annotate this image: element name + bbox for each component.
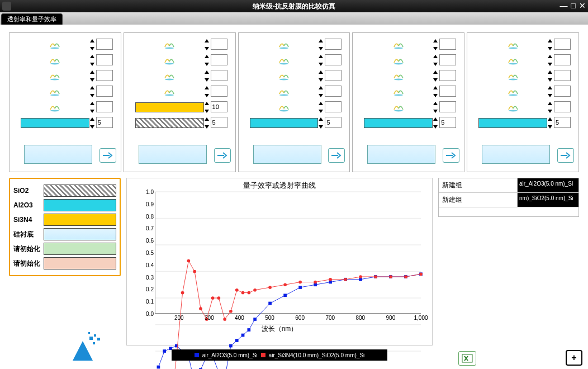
group-row[interactable]: 新建组air_Al2O3(5.0 nm)_Si <box>439 178 578 193</box>
maximize-button[interactable]: □ <box>571 1 576 10</box>
run-button[interactable] <box>214 148 231 163</box>
thickness-input[interactable] <box>439 117 456 128</box>
thickness-input[interactable] <box>325 117 342 128</box>
spin-arrows[interactable] <box>89 117 95 129</box>
thickness-input[interactable] <box>96 101 113 112</box>
thickness-input[interactable] <box>554 101 571 112</box>
layer-slot[interactable] <box>135 86 204 98</box>
swatch-si3n4[interactable] <box>44 214 116 226</box>
spin-arrows[interactable] <box>433 70 438 82</box>
layer-slot[interactable] <box>364 54 433 67</box>
spin-arrows[interactable] <box>433 54 438 67</box>
layer-slot[interactable] <box>250 54 319 67</box>
layer-slot[interactable] <box>250 39 319 51</box>
thickness-input[interactable] <box>325 70 342 81</box>
thickness-input[interactable] <box>325 54 342 65</box>
run-button[interactable] <box>443 148 459 163</box>
spin-arrows[interactable] <box>318 101 324 113</box>
spin-arrows[interactable] <box>547 54 553 67</box>
spin-arrows[interactable] <box>433 101 438 113</box>
thickness-input[interactable] <box>211 70 227 81</box>
layer-slot[interactable] <box>364 86 433 98</box>
thickness-input[interactable] <box>211 101 227 112</box>
spin-arrows[interactable] <box>318 117 324 129</box>
thickness-input[interactable] <box>554 70 571 81</box>
swatch-init2[interactable] <box>44 257 116 269</box>
spin-arrows[interactable] <box>204 39 210 51</box>
thickness-input[interactable] <box>439 70 456 81</box>
layer-slot[interactable] <box>250 70 319 82</box>
layer-slot[interactable] <box>478 54 547 67</box>
swatch-substrate[interactable] <box>44 228 116 240</box>
close-button[interactable]: ✕ <box>579 1 586 10</box>
layer-bar-al2o3[interactable] <box>250 118 319 128</box>
layer-slot[interactable] <box>135 117 204 129</box>
thickness-input[interactable] <box>325 86 342 97</box>
layer-bar-al2o3[interactable] <box>364 118 433 128</box>
layer-slot[interactable] <box>364 101 433 113</box>
spin-arrows[interactable] <box>204 86 210 98</box>
add-button[interactable]: + <box>566 350 582 366</box>
spin-arrows[interactable] <box>318 86 324 98</box>
run-button[interactable] <box>328 148 345 163</box>
spin-arrows[interactable] <box>547 101 553 113</box>
thickness-input[interactable] <box>96 70 113 81</box>
thickness-input[interactable] <box>211 117 227 128</box>
layer-slot[interactable] <box>364 70 433 82</box>
thickness-input[interactable] <box>439 54 456 65</box>
layer-slot[interactable] <box>21 54 89 67</box>
layer-slot[interactable] <box>250 117 319 129</box>
layer-slot[interactable] <box>478 117 547 129</box>
layer-slot[interactable] <box>21 39 89 51</box>
spin-arrows[interactable] <box>89 101 95 113</box>
layer-slot[interactable] <box>364 39 433 51</box>
thickness-input[interactable] <box>439 39 456 50</box>
layer-slot[interactable] <box>135 54 204 67</box>
run-button[interactable] <box>557 148 574 163</box>
substrate[interactable] <box>367 145 435 164</box>
spin-arrows[interactable] <box>433 117 438 129</box>
layer-bar-si3n4[interactable] <box>135 102 204 112</box>
thickness-input[interactable] <box>325 39 342 50</box>
spin-arrows[interactable] <box>318 39 324 51</box>
thickness-input[interactable] <box>439 86 456 97</box>
thickness-input[interactable] <box>211 86 227 97</box>
thickness-input[interactable] <box>554 117 571 128</box>
substrate[interactable] <box>24 145 92 164</box>
layer-slot[interactable] <box>21 101 89 113</box>
layer-slot[interactable] <box>478 39 547 51</box>
thickness-input[interactable] <box>325 101 342 112</box>
layer-slot[interactable] <box>135 101 204 113</box>
thickness-input[interactable] <box>96 39 113 50</box>
spin-arrows[interactable] <box>204 101 210 113</box>
spin-arrows[interactable] <box>433 86 438 98</box>
layer-slot[interactable] <box>21 86 89 98</box>
layer-slot[interactable] <box>364 117 433 129</box>
thickness-input[interactable] <box>211 54 227 65</box>
spin-arrows[interactable] <box>204 70 210 82</box>
thickness-input[interactable] <box>96 54 113 65</box>
export-excel-button[interactable] <box>458 351 476 366</box>
layer-slot[interactable] <box>21 70 89 82</box>
thickness-input[interactable] <box>554 39 571 50</box>
layer-slot[interactable] <box>135 39 204 51</box>
swatch-al2o3[interactable] <box>44 199 116 211</box>
substrate[interactable] <box>139 145 207 164</box>
layer-slot[interactable] <box>478 101 547 113</box>
layer-slot[interactable] <box>21 117 89 129</box>
layer-slot[interactable] <box>250 101 319 113</box>
minimize-button[interactable]: — <box>560 1 568 10</box>
layer-slot[interactable] <box>478 70 547 82</box>
group-row[interactable]: 新建组nm)_SiO2(5.0 nm)_Si <box>439 193 578 207</box>
titlebar[interactable]: 纳米级-抗反射膜的比较仿真 — □ ✕ <box>0 0 588 12</box>
substrate[interactable] <box>482 145 550 164</box>
tab-transmittance-qe[interactable]: 透射率和量子效率 <box>1 13 63 25</box>
spin-arrows[interactable] <box>204 54 210 67</box>
layer-bar-al2o3[interactable] <box>21 118 89 128</box>
spin-arrows[interactable] <box>547 70 553 82</box>
spin-arrows[interactable] <box>89 70 95 82</box>
spin-arrows[interactable] <box>89 54 95 67</box>
thickness-input[interactable] <box>554 54 571 65</box>
layer-slot[interactable] <box>250 86 319 98</box>
spin-arrows[interactable] <box>89 39 95 51</box>
